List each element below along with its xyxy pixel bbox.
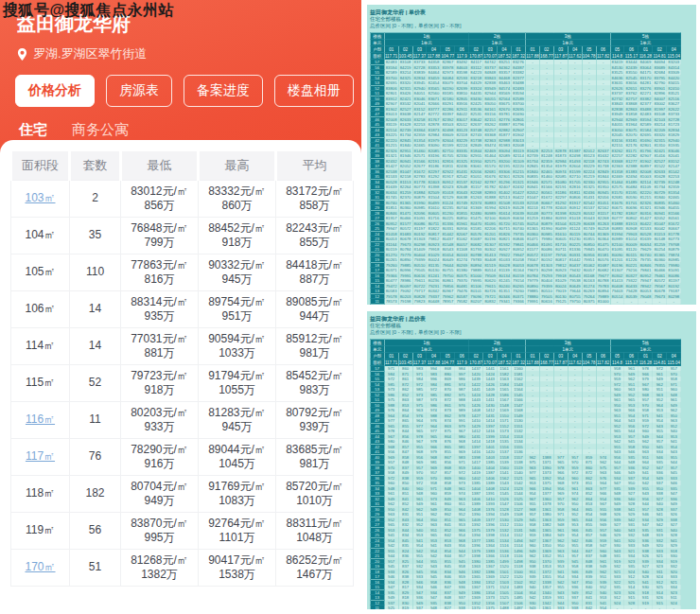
sheet-cell: 80667 [539, 200, 553, 205]
sheet-cell: 80499 [553, 226, 568, 232]
sheet-cell: 79947 [512, 252, 526, 257]
area-value: 104.77 [441, 360, 455, 366]
sheet-cell: 80097 [398, 283, 412, 289]
sheet-cell: 79947 [639, 278, 653, 284]
sheet-cell: 80784 [525, 272, 539, 278]
sheet-cell: 80360 [398, 205, 412, 211]
sheet-cell: 80832 [483, 299, 498, 305]
sheet-cell: 82264 [398, 184, 412, 190]
sheet-cell: 81029 [427, 252, 441, 257]
sheet-cell: 80148 [525, 210, 539, 216]
unit-price: 82243元/㎡ [276, 221, 353, 236]
sheet-cell: 1361 [539, 605, 553, 609]
sheet-cell: 81062 [455, 237, 469, 242]
sheet-cell: 80879 [667, 247, 681, 253]
sheet-cell: 83229 [455, 137, 469, 143]
sheet-cell: 80671 [610, 205, 624, 211]
area-link[interactable]: 117㎡ [26, 449, 55, 463]
sheet-cell: 1375 [483, 605, 498, 609]
sheet-cell: 80053 [639, 289, 653, 294]
sheet-cell: 81796 [639, 148, 653, 153]
sheet-cell: 81124 [441, 200, 455, 205]
sheet-cell: 80894 [596, 289, 610, 294]
area-value: 187.32 [512, 53, 526, 60]
header-button-1[interactable]: 房源表 [106, 75, 172, 107]
area-value: 117.37 [412, 360, 427, 366]
sheet-cell: 80514 [483, 268, 498, 273]
sheet-table: 楼栋1栋2栋3栋5栋单元1单元1单元1单元1单元户型01020304050602… [370, 33, 681, 306]
sheet-cell: 83689 [653, 64, 667, 70]
sheet-cell: 82834 [412, 75, 427, 80]
sheet-cell: 81153 [398, 179, 412, 184]
area-value: 170.87 [469, 360, 483, 366]
sheet-cell: 80053 [384, 237, 398, 242]
sheet-cell: 79768 [667, 241, 681, 247]
area-value: 114.8 [610, 53, 624, 60]
sheet-cell: 81738 [596, 164, 610, 169]
sheet-cell: 81844 [469, 148, 483, 153]
unit-price: 83172元/㎡ [276, 184, 353, 199]
sheet-cell: 83108 [653, 112, 667, 117]
sheet-cell: 82045 [610, 132, 624, 138]
sheet-cell: 80269 [455, 262, 469, 268]
sheet-cell: 79779 [525, 278, 539, 284]
column-header-1: 套数 [70, 151, 121, 180]
sheet-cell: 82575 [483, 158, 498, 164]
sheet-cell: 80777 [610, 216, 624, 221]
area-link[interactable]: 103㎡ [25, 191, 55, 204]
sheet-cell: 81413 [610, 278, 624, 284]
price-analysis-panel: 益田御龙华府 罗湖.罗湖区翠竹街道 价格分析房源表备案进度楼盘相册 住宅商务公寓… [0, 0, 361, 614]
sheet-cell: 80452 [498, 304, 512, 305]
lowest-cell: 80704元/㎡949万 [121, 475, 199, 512]
sheet-cell: 81504 [553, 220, 568, 226]
sheet-cell: 82589 [512, 96, 526, 101]
sheet-cell: 84636 [610, 75, 624, 80]
sheet-cell: 84603 [455, 64, 469, 70]
sheet-cell: 83916 [455, 101, 469, 107]
sheet-cell: 82494 [624, 174, 639, 180]
sheet-cell: 82403 [553, 205, 568, 211]
sheet-cell: 82041 [412, 101, 427, 107]
total-price: 887万 [276, 272, 353, 287]
sheet-cell: 81091 [667, 268, 681, 273]
sheet-cell: 82421 [398, 96, 412, 101]
sheet-cell: 82330 [455, 153, 469, 159]
sheet-cell: 82834 [667, 127, 681, 132]
sheet-cell: 81471 [525, 237, 539, 242]
sheet-cell: 83781 [498, 112, 512, 117]
sheet-cell: 80470 [469, 220, 483, 226]
total-price: 799万 [121, 236, 198, 250]
area-link[interactable]: 116㎡ [26, 412, 55, 426]
sheet-cell: 83704 [455, 80, 469, 86]
sheet-cell: 80371 [512, 293, 526, 299]
sheet-cell: 81051 [469, 174, 483, 180]
sheet-cell: 82118 [455, 132, 469, 138]
building-group: 5栋 [610, 340, 681, 346]
huxing-code: 03 [553, 46, 568, 53]
area-link[interactable]: 170㎡ [25, 560, 55, 573]
header-button-3[interactable]: 楼盘相册 [274, 75, 354, 107]
sheet-cell: 82129 [441, 195, 455, 201]
sheet-cell: 80711 [553, 247, 568, 253]
sheet-cell: 83492 [455, 60, 469, 65]
sheet-cell: 80265 [384, 257, 398, 263]
huxing-code: 02 [469, 353, 483, 360]
sheet-cell: 81106 [469, 283, 483, 289]
huxing-code: 03 [553, 353, 568, 360]
sheet-cell: 81705 [568, 179, 582, 184]
sheet-cell: 81018 [441, 189, 455, 195]
sheet-cell: 82096 [412, 210, 427, 216]
unit-price: 89754元/㎡ [199, 295, 275, 309]
header-button-2[interactable]: 备案进度 [184, 75, 263, 107]
sheet-cell: 80258 [596, 226, 610, 232]
sheet-cell: 82651 [624, 85, 639, 91]
sheet-cell: 80908 [624, 226, 639, 232]
sheet-cell: 82984 [553, 158, 568, 164]
header-button-0[interactable]: 价格分析 [15, 75, 95, 107]
total-price: 1033万 [199, 346, 275, 360]
sheet-cell: 80057 [582, 268, 596, 273]
unit-price: 90417元/㎡ [199, 553, 275, 568]
sheet-cell: 84219 [398, 64, 412, 70]
sheet-cell: 80561 [667, 216, 681, 221]
sheet-cell: 79187 [667, 289, 681, 294]
